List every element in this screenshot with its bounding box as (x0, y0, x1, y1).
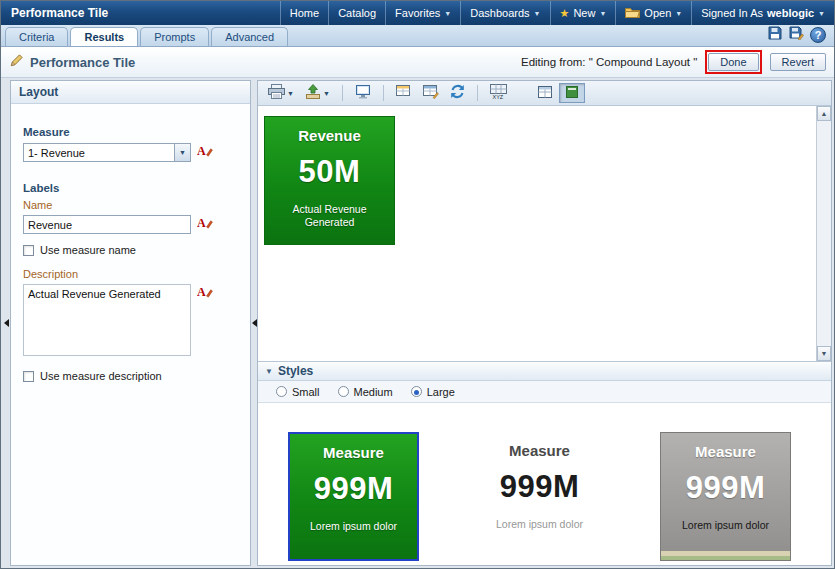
measure-select[interactable]: 1- Revenue ▼ (23, 143, 191, 162)
tile-caption: Lorem ipsum dolor (488, 518, 591, 531)
tab-prompts[interactable]: Prompts (140, 27, 209, 46)
svg-text:XYZ: XYZ (492, 94, 503, 100)
scroll-track[interactable] (817, 121, 831, 346)
print-button[interactable]: ▼ (266, 83, 296, 103)
use-measure-description-checkbox[interactable] (23, 371, 34, 382)
layout-panel: Layout Measure 1- Revenue ▼ A Labels Nam… (10, 80, 251, 566)
folder-icon (625, 6, 640, 20)
chevron-down-icon: ▼ (287, 90, 294, 97)
performance-tile-preview: Revenue 50M Actual Revenue Generated (264, 116, 395, 245)
tile-title: Revenue (298, 127, 361, 144)
tile-view-toggle[interactable] (559, 83, 585, 103)
collapse-panel-icon[interactable] (252, 319, 257, 327)
nav-home[interactable]: Home (280, 1, 328, 25)
measure-format-button[interactable]: A (197, 143, 213, 162)
svg-text:A: A (197, 216, 206, 230)
selection-steps-icon: XYZ (490, 84, 507, 102)
help-button[interactable]: ? (810, 27, 826, 43)
chevron-down-icon: ▼ (599, 10, 606, 17)
save-button[interactable] (767, 25, 783, 44)
edit-view-button[interactable] (421, 83, 441, 103)
nav-signed-in[interactable]: Signed In Asweblogic▼ (691, 1, 834, 25)
scroll-up-button[interactable]: ▲ (817, 106, 831, 121)
compound-layout-toggle[interactable] (532, 83, 558, 103)
pencil-icon (9, 53, 24, 72)
done-button-highlight: Done (705, 50, 761, 74)
format-icon: A (197, 215, 213, 234)
vertical-scrollbar[interactable]: ▲ ▼ (816, 106, 831, 361)
export-button[interactable]: ▼ (303, 83, 332, 103)
styles-title: Styles (278, 364, 313, 378)
results-main: ▼ ▼ XYZ Revenue 50M (257, 80, 832, 566)
tile-caption: Lorem ipsum dolor (302, 520, 405, 533)
tile-value: 999M (314, 471, 394, 507)
name-format-button[interactable]: A (197, 215, 213, 234)
tile-value: 999M (686, 470, 766, 506)
save-as-icon (789, 26, 804, 43)
view-toggle-group (532, 83, 585, 103)
size-medium-label: Medium (354, 386, 393, 398)
style-tile-gray[interactable]: Measure 999M Lorem ipsum dolor (660, 432, 791, 561)
chevron-down-icon[interactable]: ▼ (265, 367, 273, 376)
app-window: Performance Tile Home Catalog Favorites▼… (0, 0, 835, 569)
description-textarea[interactable]: Actual Revenue Generated (23, 284, 191, 356)
tile-title: Measure (695, 443, 756, 460)
chevron-down-icon: ▼ (444, 10, 451, 17)
toolbar-separator (342, 85, 343, 101)
nav-open-label: Open (644, 7, 671, 19)
nav-catalog[interactable]: Catalog (328, 1, 385, 25)
tab-results[interactable]: Results (70, 27, 138, 46)
new-view-button[interactable] (394, 83, 414, 103)
nav-new-label: New (573, 7, 595, 19)
done-button[interactable]: Done (708, 53, 758, 71)
refresh-button[interactable] (448, 83, 467, 103)
editor-tabs: Criteria Results Prompts Advanced ? (1, 25, 834, 47)
description-format-button[interactable]: A (197, 284, 213, 303)
nav-open[interactable]: Open▼ (615, 1, 691, 25)
radio-icon (411, 386, 422, 397)
name-input[interactable] (23, 215, 191, 234)
nav-new[interactable]: ★New▼ (550, 1, 616, 25)
nav-favorites[interactable]: Favorites▼ (385, 1, 460, 25)
save-as-button[interactable] (788, 25, 805, 44)
size-option-small[interactable]: Small (276, 386, 320, 398)
style-tile-green[interactable]: Measure 999M Lorem ipsum dolor (288, 432, 419, 561)
svg-text:A: A (197, 144, 206, 158)
description-label: Description (23, 268, 238, 280)
use-measure-name-option[interactable]: Use measure name (23, 244, 238, 256)
nav-dashboards[interactable]: Dashboards▼ (460, 1, 549, 25)
preview-icon (355, 84, 371, 102)
save-icon (768, 26, 782, 43)
use-measure-name-checkbox[interactable] (23, 245, 34, 256)
size-large-label: Large (427, 386, 455, 398)
size-option-large[interactable]: Large (411, 386, 455, 398)
size-option-medium[interactable]: Medium (338, 386, 393, 398)
collapse-left-icon[interactable] (4, 319, 9, 327)
star-icon: ★ (560, 8, 570, 19)
nav-catalog-label: Catalog (338, 7, 376, 19)
measure-section-label: Measure (23, 126, 238, 138)
username: weblogic (767, 7, 814, 19)
nav-dashboards-label: Dashboards (470, 7, 529, 19)
styles-section-header: ▼ Styles (258, 362, 831, 381)
scroll-down-button[interactable]: ▼ (817, 346, 831, 361)
use-measure-description-option[interactable]: Use measure description (23, 370, 238, 382)
style-tile-plain[interactable]: Measure 999M Lorem ipsum dolor (474, 432, 605, 561)
help-icon: ? (815, 29, 822, 41)
selection-steps-button[interactable]: XYZ (488, 83, 509, 103)
use-measure-name-label: Use measure name (40, 244, 136, 256)
revert-button[interactable]: Revert (770, 53, 826, 71)
layout-panel-body: Measure 1- Revenue ▼ A Labels Name A Use (11, 104, 250, 394)
tab-advanced[interactable]: Advanced (211, 27, 288, 46)
tab-toolbar: ? (763, 25, 830, 46)
tab-criteria[interactable]: Criteria (5, 27, 68, 46)
branding-bar: Performance Tile Home Catalog Favorites▼… (1, 1, 834, 25)
app-title: Performance Tile (1, 6, 118, 20)
name-label: Name (23, 199, 238, 211)
style-tile-gallery: Measure 999M Lorem ipsum dolor Measure 9… (258, 403, 831, 565)
preview-region: Revenue 50M Actual Revenue Generated ▲ ▼ (258, 106, 831, 362)
radio-icon (276, 386, 287, 397)
measure-select-value: 1- Revenue (24, 147, 174, 159)
chevron-down-icon: ▼ (323, 90, 330, 97)
preview-dashboard-button[interactable] (353, 83, 373, 103)
